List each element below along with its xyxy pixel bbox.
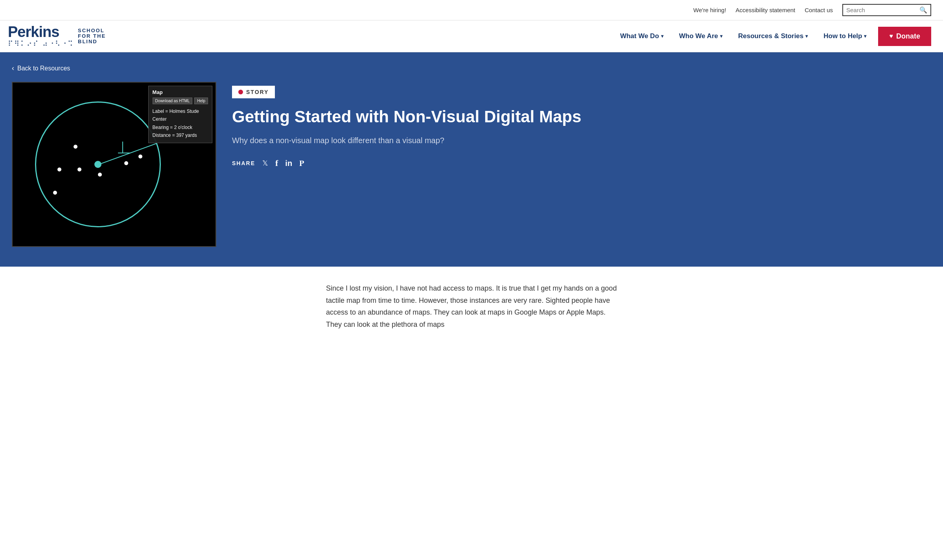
story-badge: STORY [232, 86, 275, 98]
chevron-down-icon: ▾ [805, 33, 808, 39]
map-dot [138, 155, 142, 158]
share-twitter-button[interactable]: 𝕏 [262, 159, 268, 168]
map-dot [53, 191, 57, 195]
nav-item-who-we-are[interactable]: Who We Are ▾ [671, 28, 730, 44]
share-facebook-button[interactable]: f [275, 158, 278, 168]
share-label: SHARE [232, 160, 255, 166]
logo[interactable]: Perkins ⠏⠻⠅⠔⠎ ⠴⠐⠣⠐⠩ SCHOOL FOR THE BLIND [8, 24, 106, 48]
back-arrow-icon: ‹ [12, 64, 14, 72]
chevron-down-icon: ▾ [661, 33, 663, 39]
search-box: 🔍 [842, 4, 931, 16]
hero-content: Map Download as HTML Help Label = Holmes… [12, 82, 931, 247]
map-center-dot [94, 161, 101, 168]
nav-item-what-we-do[interactable]: What We Do ▾ [612, 28, 671, 44]
logo-perkins: Perkins [8, 24, 74, 39]
back-to-resources-link[interactable]: ‹ Back to Resources [12, 64, 931, 72]
logo-subtitle: SCHOOL FOR THE BLIND [78, 28, 106, 45]
logo-area: Perkins ⠏⠻⠅⠔⠎ ⠴⠐⠣⠐⠩ SCHOOL FOR THE BLIND [8, 24, 106, 48]
map-dot [74, 145, 77, 149]
share-linkedin-button[interactable]: in [285, 159, 292, 168]
search-button[interactable]: 🔍 [919, 6, 927, 14]
header: Perkins ⠏⠻⠅⠔⠎ ⠴⠐⠣⠐⠩ SCHOOL FOR THE BLIND… [0, 20, 943, 52]
hiring-link[interactable]: We're hiring! [693, 7, 726, 13]
map-dot [57, 168, 61, 171]
hero-text: STORY Getting Started with Non-Visual Di… [232, 82, 931, 168]
chevron-down-icon: ▾ [864, 33, 866, 39]
article-body: Since I lost my vision, I have not had a… [314, 282, 629, 330]
nav-area: What We Do ▾ Who We Are ▾ Resources & St… [612, 27, 931, 46]
search-input[interactable] [846, 7, 917, 13]
map-info-text: Label = Holmes Stude Center Bearing = 2 … [153, 107, 208, 140]
map-dot [98, 173, 102, 177]
help-button[interactable]: Help [194, 98, 208, 104]
map-info-box: Map Download as HTML Help Label = Holmes… [148, 86, 212, 143]
download-html-button[interactable]: Download as HTML [153, 98, 193, 104]
map-canvas: Map Download as HTML Help Label = Holmes… [13, 83, 215, 246]
contact-link[interactable]: Contact us [805, 7, 833, 13]
article-text: Since I lost my vision, I have not had a… [326, 282, 617, 330]
nav-item-resources-stories[interactable]: Resources & Stories ▾ [730, 28, 816, 44]
map-info-buttons: Download as HTML Help [153, 98, 208, 104]
heart-icon: ♥ [889, 33, 893, 40]
share-area: SHARE 𝕏 f in 𝐏 [232, 158, 931, 168]
map-info-title: Map [153, 89, 208, 95]
crosshair-vertical [122, 142, 123, 153]
map-dot [124, 161, 128, 165]
hero-banner: ‹ Back to Resources [0, 52, 943, 267]
red-dot-icon [238, 90, 243, 94]
accessibility-link[interactable]: Accessibility statement [736, 7, 796, 13]
share-pinterest-button[interactable]: 𝐏 [299, 159, 304, 168]
article-subtitle: Why does a non-visual map look different… [232, 134, 931, 146]
hero-image: Map Download as HTML Help Label = Holmes… [12, 82, 216, 247]
logo-braille: ⠏⠻⠅⠔⠎ ⠴⠐⠣⠐⠩ [8, 39, 74, 48]
nav-item-how-to-help[interactable]: How to Help ▾ [816, 28, 874, 44]
article-title: Getting Started with Non-Visual Digital … [232, 107, 931, 127]
donate-button[interactable]: ♥ Donate [878, 27, 931, 46]
utility-bar: We're hiring! Accessibility statement Co… [0, 0, 943, 20]
chevron-down-icon: ▾ [720, 33, 722, 39]
